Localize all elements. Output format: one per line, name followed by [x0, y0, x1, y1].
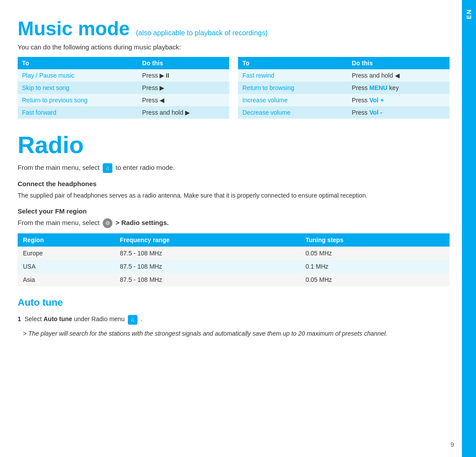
right-table-col1-header: To: [238, 57, 347, 69]
side-tab-label: EN: [465, 9, 472, 19]
action-table-left: To Do this Play / Pause musicPress ▶⏸Ski…: [18, 57, 229, 119]
cell-do: Press ▶⏸: [138, 69, 229, 82]
connect-text: The supplied pair of headphones serves a…: [18, 191, 450, 200]
region-col1-header: Region: [18, 233, 115, 247]
table-row: Play / Pause musicPress ▶⏸: [18, 69, 229, 82]
region-cell-region: Asia: [18, 273, 115, 286]
table-row: Fast forwardPress and hold ▶: [18, 106, 229, 119]
left-table-col2-header: Do this: [138, 57, 229, 69]
cell-to: Fast rewind: [238, 69, 347, 82]
table-row: USA87.5 - 108 MHz0.1 MHz: [18, 260, 450, 273]
region-cell-freq: 87.5 - 108 MHz: [115, 273, 300, 286]
right-table-col2-header: Do this: [347, 57, 450, 69]
cell-do: Press Vol +: [347, 94, 450, 106]
region-cell-tuning: 0.05 MHz: [300, 247, 450, 260]
table-row: Return to browsingPress MENU key: [238, 82, 450, 94]
region-cell-tuning: 0.1 MHz: [300, 260, 450, 273]
radio-title: Radio: [18, 132, 450, 158]
region-col2-header: Frequency range: [115, 233, 300, 247]
table-row: Return to previous songPress ◀: [18, 94, 229, 106]
music-mode-heading: Music mode (also applicable to playback …: [18, 18, 450, 40]
music-mode-section: Music mode (also applicable to playback …: [18, 18, 450, 119]
cell-to: Skip to next song: [18, 82, 138, 94]
auto-tune-note: The player will search for the stations …: [18, 329, 450, 338]
region-table: Region Frequency range Tuning steps Euro…: [18, 233, 450, 286]
region-cell-region: Europe: [18, 247, 115, 260]
table-row: Europe87.5 - 108 MHz0.05 MHz: [18, 247, 450, 260]
cell-do: Press ▶: [138, 82, 229, 94]
radio-intro: From the main menu, select to enter radi…: [18, 163, 450, 173]
side-tab: EN: [462, 0, 476, 457]
cell-to: Return to previous song: [18, 94, 138, 106]
cell-to: Return to browsing: [238, 82, 347, 94]
radio-icon: [103, 163, 112, 173]
music-mode-intro: You can do the following actions during …: [18, 43, 450, 51]
cell-to: Fast forward: [18, 106, 138, 119]
table-row: Skip to next songPress ▶: [18, 82, 229, 94]
cell-to: Play / Pause music: [18, 69, 138, 82]
region-col3-header: Tuning steps: [300, 233, 450, 247]
table-row: Decrease volumePress Vol -: [238, 106, 450, 119]
cell-do: Press MENU key: [347, 82, 450, 94]
cell-do: Press ◀: [138, 94, 229, 106]
table-row: Asia87.5 - 108 MHz0.05 MHz: [18, 273, 450, 286]
region-cell-tuning: 0.05 MHz: [300, 273, 450, 286]
auto-tune-heading: Auto tune: [18, 297, 450, 308]
cell-do: Press and hold ◀: [347, 69, 450, 82]
cell-to: Increase volume: [238, 94, 347, 106]
music-mode-title: Music mode: [18, 18, 130, 39]
region-cell-freq: 87.5 - 108 MHz: [115, 247, 300, 260]
fm-region-heading: Select your FM region: [18, 207, 450, 215]
cell-do: Press and hold ▶: [138, 106, 229, 119]
fm-region-intro: From the main menu, select > Radio setti…: [18, 218, 450, 228]
auto-tune-step1: 1 Select Auto tune under Radio menu .: [18, 315, 450, 324]
cell-do: Press Vol -: [347, 106, 450, 119]
left-table-col1-header: To: [18, 57, 138, 69]
radio-section: Radio From the main menu, select to ente…: [18, 132, 450, 338]
action-tables-container: To Do this Play / Pause musicPress ▶⏸Ski…: [18, 57, 450, 119]
region-cell-freq: 87.5 - 108 MHz: [115, 260, 300, 273]
page-number: 9: [450, 441, 454, 448]
settings-icon: [103, 218, 112, 228]
radio-menu-icon: [128, 315, 138, 325]
table-row: Increase volumePress Vol +: [238, 94, 450, 106]
connect-heading: Connect the headphones: [18, 180, 450, 187]
region-cell-region: USA: [18, 260, 115, 273]
cell-to: Decrease volume: [238, 106, 347, 119]
table-row: Fast rewindPress and hold ◀: [238, 69, 450, 82]
action-table-right: To Do this Fast rewindPress and hold ◀Re…: [238, 57, 450, 119]
music-mode-subtitle: (also applicable to playback of recordin…: [136, 29, 268, 37]
